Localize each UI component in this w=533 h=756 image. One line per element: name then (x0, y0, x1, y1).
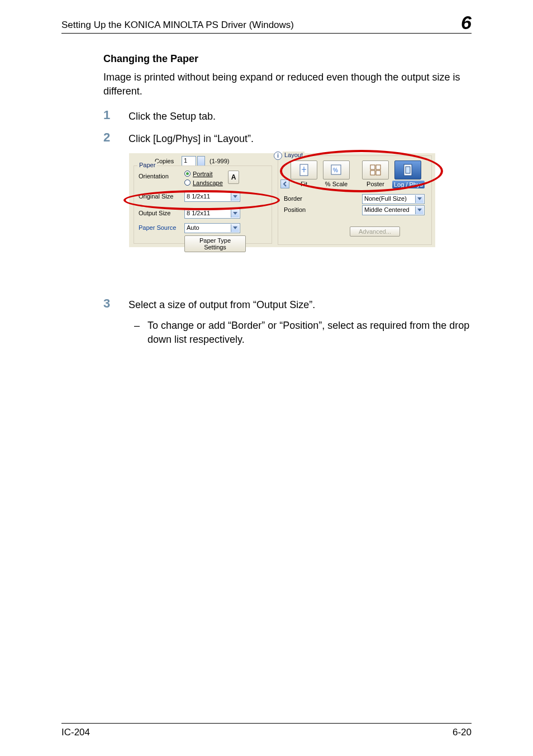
rotate-button[interactable]: A (228, 171, 239, 184)
step-2-text: Click [Log/Phys] in “Layout”. (129, 131, 472, 146)
fit-label: Fit (291, 181, 317, 187)
border-value: None(Full Size) (364, 195, 407, 202)
chapter-number: 6 (461, 13, 472, 32)
step-2: 2 Click [Log/Phys] in “Layout”. (103, 131, 472, 146)
portrait-radio[interactable]: Portrait (184, 171, 212, 177)
radio-dot-icon (184, 179, 191, 186)
footer-right: 6-20 (453, 727, 472, 738)
chevron-down-icon (233, 226, 237, 229)
svg-rect-5 (370, 165, 375, 169)
output-size-select[interactable]: 8 1/2x11 (184, 209, 240, 219)
step-1: 1 Click the Setup tab. (103, 108, 472, 124)
chevron-down-icon (417, 209, 422, 211)
output-size-label: Output Size (139, 210, 170, 216)
paper-type-settings-button[interactable]: Paper Type Settings (184, 235, 246, 252)
svg-text:%: % (333, 167, 338, 173)
fit-icon (298, 164, 310, 176)
copies-label: Copies (155, 158, 174, 164)
layout-panel: i Layout Fit % % Scale Poster Log / Phys… (278, 155, 432, 245)
header-title: Setting Up the KONICA MINOLTA PS Driver … (61, 20, 294, 32)
copies-value: 1 (184, 157, 187, 164)
svg-rect-8 (376, 171, 380, 175)
copies-input[interactable]: 1 (182, 156, 196, 166)
svg-rect-7 (370, 171, 375, 175)
portrait-label: Portrait (193, 171, 212, 177)
logphys-label: Log / Phys (392, 181, 425, 188)
border-select[interactable]: None(Full Size) (362, 194, 425, 204)
original-size-select[interactable]: 8 1/2x11 (184, 192, 240, 202)
layout-legend: Layout (283, 152, 304, 158)
advanced-label: Advanced... (359, 228, 391, 235)
poster-label: Poster (361, 181, 390, 187)
paper-panel: Paper Orientation Portrait Landscape A O… (134, 166, 272, 244)
orientation-label: Orientation (139, 173, 169, 179)
landscape-radio[interactable]: Landscape (184, 179, 223, 186)
info-icon: i (274, 152, 282, 160)
step-number-3: 3 (103, 297, 129, 310)
step-3-bullet: – To change or add “Border” or “Position… (134, 319, 472, 347)
copies-spinner[interactable] (197, 156, 205, 166)
position-select[interactable]: Middle Centered (362, 205, 425, 215)
paper-source-label: Paper Source (139, 224, 176, 231)
footer-left: IC-204 (61, 727, 90, 738)
paper-source-value: Auto (187, 224, 199, 231)
position-label: Position (284, 206, 306, 213)
svg-rect-10 (406, 167, 410, 173)
section-heading: Changing the Paper (103, 53, 472, 65)
bullet-dash: – (134, 319, 140, 347)
chevron-down-icon (417, 197, 422, 200)
logphys-tab[interactable] (394, 160, 421, 179)
chevron-left-icon (281, 180, 289, 188)
step-1-text: Click the Setup tab. (129, 108, 472, 124)
poster-icon (369, 164, 382, 176)
step-number-2: 2 (103, 131, 129, 144)
border-label: Border (284, 195, 302, 202)
dialog-screenshot: Copies 1 (1-999) Paper Orientation Portr… (129, 153, 436, 248)
paper-type-label: Paper Type Settings (199, 237, 231, 251)
paper-source-select[interactable]: Auto (184, 223, 240, 233)
page-footer: IC-204 6-20 (61, 723, 472, 738)
advanced-button[interactable]: Advanced... (350, 226, 400, 237)
fit-tab[interactable] (291, 160, 317, 179)
paper-legend: Paper (137, 162, 157, 168)
scale-icon: % (330, 164, 342, 176)
page-header: Setting Up the KONICA MINOLTA PS Driver … (61, 16, 472, 34)
scale-tab[interactable]: % (323, 160, 350, 179)
poster-tab[interactable] (362, 160, 389, 179)
original-size-value: 8 1/2x11 (187, 193, 210, 200)
step-3-text: Select a size of output from “Output Siz… (129, 297, 472, 312)
radio-dot-icon (184, 171, 191, 177)
scroll-left-button[interactable] (280, 179, 289, 188)
original-size-label: Original Size (139, 193, 173, 200)
chevron-down-icon (233, 195, 237, 198)
landscape-label: Landscape (193, 179, 223, 186)
output-size-value: 8 1/2x11 (187, 210, 210, 216)
chevron-down-icon (233, 212, 237, 215)
svg-rect-6 (376, 165, 380, 169)
scale-label: % Scale (322, 181, 351, 187)
position-value: Middle Centered (364, 206, 410, 213)
bullet-text: To change or add “Border” or “Position”,… (147, 319, 472, 347)
section-intro: Image is printed without being expand or… (103, 70, 472, 98)
step-3: 3 Select a size of output from “Output S… (103, 297, 472, 312)
step-number-1: 1 (103, 108, 129, 122)
rotate-glyph: A (231, 173, 236, 181)
logphys-icon (403, 164, 413, 176)
copies-range: (1-999) (210, 158, 229, 164)
